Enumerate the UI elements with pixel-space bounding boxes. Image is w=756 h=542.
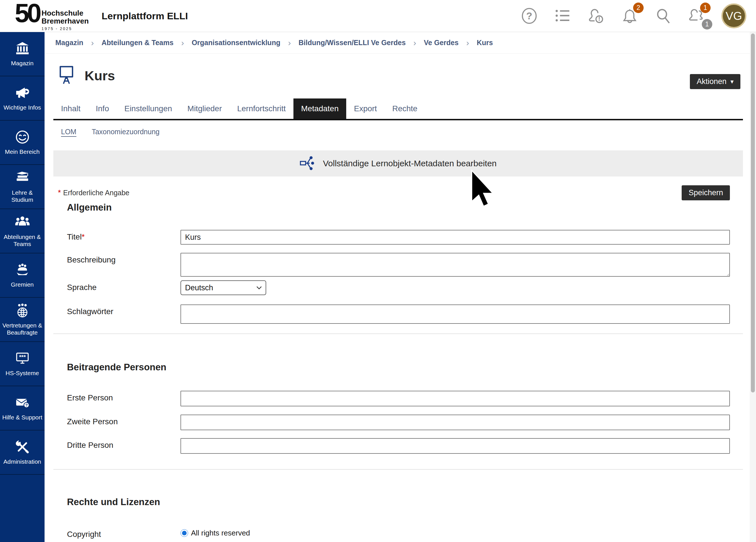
section-heading-allgemein: Allgemein bbox=[67, 202, 750, 213]
tab-export[interactable]: Export bbox=[346, 98, 385, 119]
user-avatar[interactable]: VG bbox=[721, 3, 746, 28]
scrollbar-thumb[interactable] bbox=[751, 33, 755, 392]
tools-icon bbox=[15, 439, 30, 456]
breadcrumb-item[interactable]: Organisationsentwicklung bbox=[192, 39, 280, 47]
field-label-titel: Titel* bbox=[67, 230, 180, 241]
sidebar-item-vertretungen[interactable]: Vertretungen & Beauftragte bbox=[0, 298, 45, 342]
sidebar-item-administration[interactable]: Administration bbox=[0, 430, 45, 475]
main-sidebar: Magazin Wichtige Infos Mein Bereich Lehr… bbox=[0, 32, 45, 542]
required-marker: * bbox=[82, 233, 85, 241]
section-heading-beitragende: Beitragende Personen bbox=[67, 362, 750, 373]
field-label-schlagwoerter: Schlagwörter bbox=[67, 304, 180, 316]
notifications-bell-icon[interactable]: 2 bbox=[621, 7, 639, 25]
tab-rechte[interactable]: Rechte bbox=[385, 98, 425, 119]
tab-mitglieder[interactable]: Mitglieder bbox=[180, 98, 229, 119]
field-label-sprache: Sprache bbox=[67, 280, 180, 292]
notifications-badge: 2 bbox=[633, 3, 644, 13]
breadcrumb-separator: › bbox=[413, 38, 416, 48]
sidebar-item-label: Administration bbox=[3, 458, 41, 465]
required-marker: * bbox=[58, 188, 61, 197]
save-button[interactable]: Speichern bbox=[682, 185, 730, 200]
graduation-books-icon bbox=[15, 170, 30, 187]
logo-anniversary-number: 50 bbox=[15, 1, 39, 26]
section-heading-rechte: Rechte und Lizenzen bbox=[67, 497, 750, 507]
breadcrumb-item[interactable]: Abteilungen & Teams bbox=[102, 39, 174, 47]
sidebar-item-hilfe-support[interactable]: ? Hilfe & Support bbox=[0, 386, 45, 430]
field-label-beschreibung: Beschreibung bbox=[67, 253, 180, 264]
breadcrumb-item[interactable]: Bildung/Wissen/ELLI Ve Gerdes bbox=[299, 39, 406, 47]
monitor-password-icon: *** bbox=[15, 351, 30, 367]
breadcrumb-item[interactable]: Kurs bbox=[477, 39, 493, 47]
user-status-icon[interactable]: ! bbox=[587, 7, 605, 25]
logo-name-line2: Bremerhaven bbox=[41, 17, 89, 25]
megaphone-icon bbox=[15, 85, 30, 102]
breadcrumb-separator: › bbox=[91, 38, 94, 48]
tab-einstellungen[interactable]: Einstellungen bbox=[117, 98, 180, 119]
section-divider bbox=[53, 333, 743, 334]
sidebar-item-label: Abteilungen & Teams bbox=[1, 234, 43, 248]
field-label-erste-person: Erste Person bbox=[67, 391, 180, 402]
dritte-person-input[interactable] bbox=[180, 438, 730, 454]
tab-bar: Inhalt Info Einstellungen Mitglieder Ler… bbox=[53, 98, 743, 120]
page-title: Kurs bbox=[85, 68, 115, 83]
tab-lernfortschritt[interactable]: Lernfortschritt bbox=[230, 98, 293, 119]
tab-inhalt[interactable]: Inhalt bbox=[53, 98, 88, 119]
zweite-person-input[interactable] bbox=[180, 415, 730, 430]
mail-question-icon: ? bbox=[15, 395, 30, 411]
main-content: Magazin › Abteilungen & Teams › Organisa… bbox=[45, 32, 750, 542]
erste-person-input[interactable] bbox=[180, 391, 730, 406]
contacts-badge-count: 1 bbox=[702, 19, 712, 30]
tab-metadaten[interactable]: Metadaten bbox=[293, 98, 346, 119]
breadcrumb: Magazin › Abteilungen & Teams › Organisa… bbox=[45, 32, 750, 54]
vertical-scrollbar bbox=[750, 32, 756, 542]
sidebar-item-mein-bereich[interactable]: Mein Bereich bbox=[0, 121, 45, 165]
sidebar-item-abteilungen-teams[interactable]: Abteilungen & Teams bbox=[0, 209, 45, 253]
todo-list-icon[interactable] bbox=[554, 7, 572, 25]
beschreibung-textarea[interactable] bbox=[180, 253, 730, 277]
subtab-taxonomiezuordnung[interactable]: Taxonomiezuordnung bbox=[92, 128, 159, 136]
app-title: Lernplattform ELLI bbox=[102, 10, 188, 22]
sprache-select[interactable]: Deutsch bbox=[180, 280, 266, 295]
caret-down-icon: ▾ bbox=[730, 78, 734, 85]
actions-button[interactable]: Aktionen ▾ bbox=[690, 74, 740, 89]
smiley-icon bbox=[15, 129, 30, 146]
sidebar-item-label: Vertretungen & Beauftragte bbox=[1, 322, 43, 336]
globe-people-icon bbox=[15, 303, 30, 320]
svg-text:***: *** bbox=[19, 354, 26, 360]
field-label-copyright: Copyright bbox=[67, 527, 180, 539]
sidebar-item-lehre-studium[interactable]: Lehre & Studium bbox=[0, 165, 45, 209]
edit-full-metadata-banner[interactable]: Vollständige Lernobjekt-Metadaten bearbe… bbox=[53, 150, 743, 177]
sidebar-item-magazin[interactable]: Magazin bbox=[0, 32, 45, 76]
help-icon[interactable]: ? bbox=[520, 7, 538, 25]
university-logo: 50 Hochschule Bremerhaven 1975 - 2025 bbox=[15, 1, 100, 31]
contacts-badge-new: 1 bbox=[700, 3, 711, 13]
sidebar-item-hs-systeme[interactable]: *** HS-Systeme bbox=[0, 342, 45, 386]
breadcrumb-item[interactable]: Magazin bbox=[55, 39, 83, 47]
search-icon[interactable] bbox=[654, 7, 672, 25]
breadcrumb-item[interactable]: Ve Gerdes bbox=[424, 39, 459, 47]
sidebar-item-label: HS-Systeme bbox=[6, 370, 39, 377]
logo-years: 1975 - 2025 bbox=[41, 26, 89, 31]
sidebar-item-label: Magazin bbox=[11, 60, 33, 67]
sidebar-item-label: Mein Bereich bbox=[5, 148, 40, 156]
subtab-lom[interactable]: LOM bbox=[61, 128, 76, 136]
svg-text:?: ? bbox=[25, 403, 28, 407]
field-label-dritte-person: Dritte Person bbox=[67, 438, 180, 450]
course-easel-icon bbox=[58, 65, 75, 86]
sidebar-item-gremien[interactable]: Gremien bbox=[0, 253, 45, 298]
sidebar-item-label: Lehre & Studium bbox=[1, 189, 43, 203]
tab-info[interactable]: Info bbox=[88, 98, 117, 119]
titel-input[interactable] bbox=[180, 230, 730, 245]
breadcrumb-separator: › bbox=[181, 38, 184, 48]
copyright-radio-all-rights-reserved[interactable] bbox=[180, 529, 188, 537]
svg-text:?: ? bbox=[526, 10, 532, 21]
contacts-icon[interactable]: 1 1 bbox=[688, 7, 705, 25]
field-label-zweite-person: Zweite Person bbox=[67, 415, 180, 426]
breadcrumb-separator: › bbox=[288, 38, 291, 48]
section-divider bbox=[53, 469, 743, 470]
svg-text:!: ! bbox=[598, 16, 600, 22]
bank-icon bbox=[15, 41, 30, 57]
sidebar-item-wichtige-infos[interactable]: Wichtige Infos bbox=[0, 76, 45, 121]
share-nodes-icon bbox=[300, 155, 316, 172]
schlagwoerter-input[interactable] bbox=[180, 304, 730, 324]
